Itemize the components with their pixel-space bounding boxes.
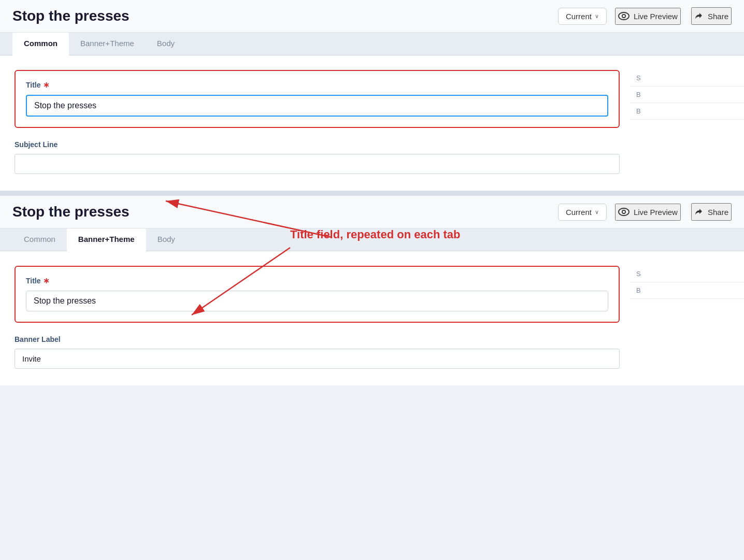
share-icon [694, 11, 704, 21]
header-right: Live Preview Share [615, 7, 732, 25]
bottom-panel: Stop the presses Current ∨ Live Preview [0, 196, 744, 385]
tab-body-bottom[interactable]: Body [146, 228, 187, 251]
bottom-page-title: Stop the presses [12, 204, 550, 220]
bottom-header-right: Live Preview Share [615, 203, 732, 221]
share-label: Share [708, 12, 728, 21]
top-panel-header: Stop the presses Current ∨ Live Preview [0, 0, 744, 33]
subject-line-section-top: Subject Line [15, 140, 620, 174]
bottom-required-star: ∗ [43, 276, 50, 285]
svg-point-0 [619, 12, 629, 20]
bottom-dropdown-label: Current [566, 208, 592, 217]
bottom-live-preview-label: Live Preview [634, 208, 678, 217]
bottom-share-icon [694, 207, 704, 217]
bottom-right-label-1: S [630, 266, 744, 282]
bottom-chevron-down-icon: ∨ [595, 209, 599, 216]
svg-point-6 [619, 208, 629, 216]
bottom-title-annotation-box: Title ∗ [15, 266, 620, 323]
bottom-current-dropdown[interactable]: Current ∨ [558, 204, 607, 221]
bottom-live-preview-button[interactable]: Live Preview [615, 204, 681, 221]
title-annotation-box: Title ∗ [15, 70, 620, 128]
current-dropdown[interactable]: Current ∨ [558, 8, 607, 25]
top-tabs-bar: Common Banner+Theme Body [0, 33, 744, 55]
banner-label-input[interactable] [15, 349, 620, 369]
current-dropdown-label: Current [566, 12, 592, 21]
bottom-eye-icon [618, 208, 629, 216]
bottom-share-label: Share [708, 208, 728, 217]
live-preview-button[interactable]: Live Preview [615, 8, 681, 25]
tab-body-top[interactable]: Body [146, 33, 186, 55]
banner-label-section: Banner Label [15, 335, 620, 369]
banner-label-label: Banner Label [15, 335, 620, 343]
right-label-1: S [630, 70, 744, 87]
right-label-2: B [630, 87, 744, 103]
tab-banner-theme-bottom[interactable]: Banner+Theme [67, 228, 146, 251]
subject-line-input[interactable] [15, 154, 620, 174]
subject-line-label: Subject Line [15, 140, 620, 149]
right-labels-bottom: S B [630, 251, 744, 299]
tab-common-bottom[interactable]: Common [12, 228, 67, 251]
title-field-label: Title ∗ [26, 80, 608, 90]
top-panel: Stop the presses Current ∨ Live Preview [0, 0, 744, 191]
panel-separator [0, 191, 744, 196]
title-input-top[interactable] [26, 95, 608, 117]
bottom-panel-header: Stop the presses Current ∨ Live Preview [0, 196, 744, 228]
page-title: Stop the presses [12, 8, 550, 24]
bottom-share-button[interactable]: Share [691, 203, 732, 221]
share-button[interactable]: Share [691, 7, 732, 25]
svg-point-7 [622, 210, 625, 213]
right-labels-top: S B B [630, 55, 744, 120]
bottom-title-field-label: Title ∗ [26, 276, 608, 285]
title-input-bottom[interactable] [26, 291, 608, 311]
live-preview-label: Live Preview [634, 12, 678, 21]
eye-icon [618, 12, 629, 20]
chevron-down-icon: ∨ [595, 13, 599, 20]
tab-common-top[interactable]: Common [12, 33, 69, 55]
bottom-tabs-bar: Common Banner+Theme Body [0, 228, 744, 251]
svg-point-1 [622, 15, 625, 18]
main-wrapper: Stop the presses Current ∨ Live Preview [0, 0, 744, 385]
bottom-right-label-2: B [630, 282, 744, 299]
tab-banner-theme-top[interactable]: Banner+Theme [69, 33, 146, 55]
right-label-3: B [630, 103, 744, 120]
required-star: ∗ [43, 80, 50, 90]
